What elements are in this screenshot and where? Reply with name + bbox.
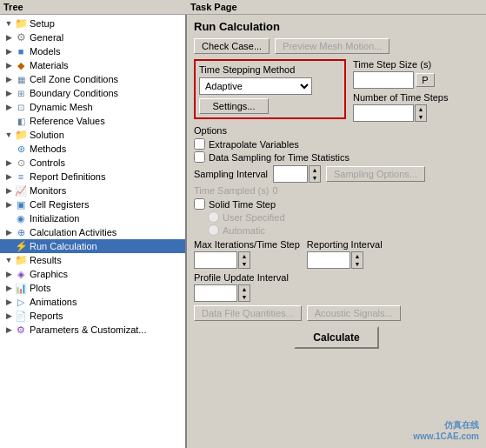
tree-item-graphics[interactable]: ▶ ◈ Graphics — [0, 267, 185, 281]
acoustic-button[interactable]: Acoustic Signals... — [307, 305, 401, 321]
icon-plots: 📊 — [14, 282, 28, 294]
time-stepping-label: Time Stepping Method — [199, 64, 341, 75]
number-of-time-steps-input[interactable]: 0 — [353, 104, 414, 122]
tree-item-init[interactable]: ◉ Initialization — [0, 211, 185, 225]
icon-run-calc: ⚡ — [14, 240, 28, 252]
max-iterations-input[interactable]: 20 — [194, 251, 237, 269]
tree-label-models: Models — [30, 46, 60, 57]
tree-item-cell-zone[interactable]: ▶ ▦ Cell Zone Conditions — [0, 72, 185, 86]
watermark-line2: www.1CAE.com — [413, 431, 479, 441]
max-iter-down-btn[interactable]: ▼ — [239, 260, 250, 268]
options-section: Options Extrapolate Variables Data Sampl… — [194, 125, 479, 236]
tree-item-reference[interactable]: ◧ Reference Values — [0, 114, 185, 128]
icon-boundary: ⊞ — [14, 87, 28, 99]
extrapolate-label: Extrapolate Variables — [209, 139, 299, 150]
tree-item-general[interactable]: ▶ ⚙ General — [0, 30, 185, 44]
max-iter-up-btn[interactable]: ▲ — [239, 252, 250, 260]
automatic-label: Automatic — [223, 225, 265, 236]
p-button[interactable]: P — [416, 73, 435, 87]
check-case-button[interactable]: Check Case... — [194, 38, 270, 54]
tree-arrow-models: ▶ — [3, 47, 14, 56]
tree-item-methods[interactable]: ⊛ Methods — [0, 142, 185, 156]
icon-dynamic: ⊡ — [14, 101, 28, 113]
tree-item-models[interactable]: ▶ ■ Models — [0, 44, 185, 58]
extrapolate-checkbox[interactable] — [194, 138, 205, 150]
icon-reference: ◧ — [14, 115, 28, 127]
tree-item-solution[interactable]: ▼ 📁 Solution — [0, 128, 185, 142]
tree-arrow-cell-zone: ▶ — [3, 75, 14, 84]
icon-models: ■ — [14, 45, 28, 57]
tree-arrow-setup: ▼ — [3, 19, 14, 28]
tree-label-reference: Reference Values — [30, 116, 105, 126]
tree-label-cell-zone: Cell Zone Conditions — [30, 74, 118, 84]
settings-button[interactable]: Settings... — [199, 98, 269, 114]
tree-item-cell-regs[interactable]: ▶ ▣ Cell Registers — [0, 197, 185, 211]
tree-label-monitors: Monitors — [30, 185, 66, 196]
tree-label-report-defs: Report Definitions — [30, 171, 105, 182]
max-iterations-field: Max Iterations/Time Step 20 ▲ ▼ — [194, 239, 300, 269]
icon-init: ◉ — [14, 212, 28, 224]
time-sampled-value: 0 — [272, 185, 277, 196]
tree-item-animations[interactable]: ▶ ▷ Animations — [0, 295, 185, 309]
tree-label-params: Parameters & Customizat... — [30, 324, 147, 335]
sampling-interval-down-btn[interactable]: ▼ — [310, 174, 320, 182]
icon-monitors: 📈 — [14, 184, 28, 197]
task-header-label: Task Page — [190, 2, 237, 12]
tree-item-reports[interactable]: ▶ 📄 Reports — [0, 309, 185, 323]
tree-item-dynamic[interactable]: ▶ ⊡ Dynamic Mesh — [0, 100, 185, 114]
profile-update-down-btn[interactable]: ▼ — [239, 293, 250, 301]
tree-arrow-results: ▼ — [3, 256, 14, 264]
tree-label-graphics: Graphics — [30, 269, 68, 279]
reporting-interval-input[interactable]: 1 — [307, 251, 350, 269]
icon-graphics: ◈ — [14, 268, 28, 280]
tree-label-animations: Animations — [30, 297, 77, 307]
tree-item-report-defs[interactable]: ▶ ≡ Report Definitions — [0, 170, 185, 184]
time-steps-up-btn[interactable]: ▲ — [416, 105, 426, 113]
icon-materials: ◆ — [14, 59, 28, 71]
data-sampling-checkbox[interactable] — [194, 151, 205, 163]
tree-item-setup[interactable]: ▼ 📁 Setup — [0, 17, 185, 30]
tree-arrow-dynamic: ▶ — [3, 103, 14, 111]
tree-item-plots[interactable]: ▶ 📊 Plots — [0, 281, 185, 295]
tree-item-results[interactable]: ▼ 📁 Results — [0, 253, 185, 267]
tree-label-reports: Reports — [30, 311, 63, 321]
tree-arrow-cell-regs: ▶ — [3, 200, 14, 209]
tree-item-monitors[interactable]: ▶ 📈 Monitors — [0, 184, 185, 197]
section-title: Run Calculation — [194, 20, 479, 33]
icon-methods: ⊛ — [14, 143, 28, 155]
time-step-size-input[interactable]: 1 — [353, 71, 414, 89]
tree-label-run-calc: Run Calculation — [30, 241, 97, 251]
profile-update-up-btn[interactable]: ▲ — [239, 285, 250, 293]
tree-item-controls[interactable]: ▶ ⊙ Controls — [0, 156, 185, 170]
tree-arrow-monitors: ▶ — [3, 186, 14, 195]
sampling-interval-up-btn[interactable]: ▲ — [310, 166, 320, 174]
tree-item-materials[interactable]: ▶ ◆ Materials — [0, 58, 185, 72]
tree-arrow-report-defs: ▶ — [3, 172, 14, 181]
reporting-interval-up-btn[interactable]: ▲ — [352, 252, 363, 260]
calculate-button[interactable]: Calculate — [294, 326, 378, 349]
user-specified-radio[interactable] — [208, 211, 219, 223]
time-step-size-label: Time Step Size (s) — [353, 59, 479, 70]
folder-icon-solution: 📁 — [14, 129, 28, 141]
solid-time-step-label: Solid Time Step — [209, 199, 276, 210]
data-file-button[interactable]: Data File Quantities... — [194, 305, 302, 321]
tree-label-plots: Plots — [30, 283, 50, 293]
gear-icon-general: ⚙ — [14, 31, 28, 43]
reporting-interval-down-btn[interactable]: ▼ — [352, 260, 363, 268]
preview-mesh-button[interactable]: Preview Mesh Motion... — [275, 38, 389, 54]
icon-cell-zone: ▦ — [14, 73, 28, 85]
tree-label-calc-act: Calculation Activities — [30, 227, 117, 237]
tree-item-run-calc[interactable]: ⚡ Run Calculation — [0, 239, 185, 253]
sampling-interval-input[interactable]: 1 — [273, 165, 308, 183]
tree-item-calc-act[interactable]: ▶ ⊕ Calculation Activities — [0, 225, 185, 239]
sampling-options-button[interactable]: Sampling Options... — [326, 166, 425, 182]
automatic-radio[interactable] — [208, 224, 219, 236]
sampling-interval-label: Sampling Interval — [194, 169, 268, 179]
profile-update-input[interactable]: 1 — [194, 284, 237, 302]
tree-item-params[interactable]: ▶ ⚙ Parameters & Customizat... — [0, 323, 185, 337]
tree-label-materials: Materials — [30, 60, 69, 70]
tree-item-boundary[interactable]: ▶ ⊞ Boundary Conditions — [0, 86, 185, 100]
solid-time-step-checkbox[interactable] — [194, 198, 205, 210]
time-steps-down-btn[interactable]: ▼ — [416, 113, 426, 121]
time-stepping-select[interactable]: Adaptive Fixed — [199, 77, 312, 95]
